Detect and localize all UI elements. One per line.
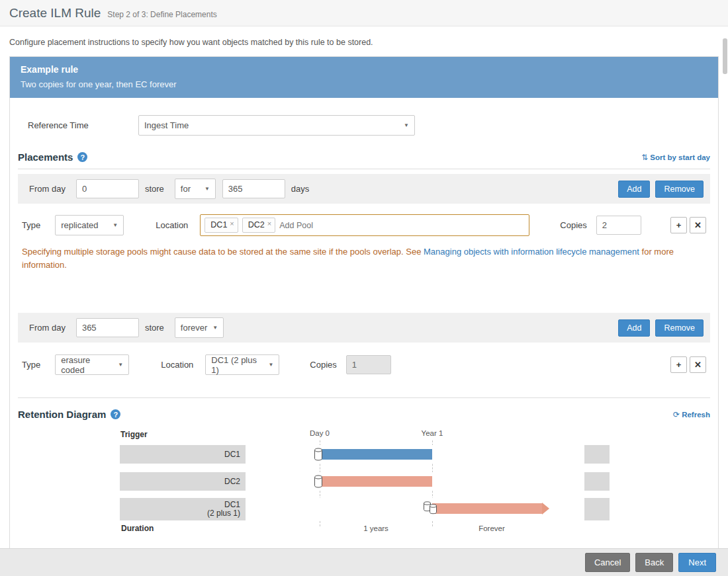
managing-objects-link[interactable]: Managing objects with information lifecy… [424,247,639,257]
scrollbar-thumb[interactable] [723,38,727,74]
help-icon[interactable]: ? [111,409,120,419]
panel-body: Reference Time Ingest Time ▼ Placements … [10,115,718,554]
remove-placement-button[interactable]: Remove [655,181,704,198]
copies-label: Copies [560,220,586,230]
reference-time-row: Reference Time Ingest Time ▼ [18,115,710,136]
placement-detail-row-2: Type erasure coded ▼ Location DC1 (2 plu… [22,354,706,375]
chevron-down-icon: ▼ [113,222,118,228]
add-placement-button[interactable]: Add [618,319,650,337]
pool-tag-dc2: DC2 × [242,218,275,233]
storage-cylinder-icon [314,475,323,490]
retention-diagram-title: Retention Diagram ? [18,409,120,420]
from-day-label: From day [29,184,66,194]
double-cylinder-icon [423,501,438,517]
type-value: erasure coded [61,355,113,375]
pool-tag-dc1: DC1 × [205,218,238,233]
intro-text: Configure placement instructions to spec… [0,26,728,56]
storage-pool-tag-input[interactable]: DC1 × DC2 × [200,214,529,236]
diagram-row-label-scheme: (2 plus 1) [120,509,240,518]
example-rule-banner: Example rule Two copies for one year, th… [10,57,718,98]
multiple-pools-warning: Specifying multiple storage pools might … [22,245,704,272]
remove-placement-button[interactable]: Remove [655,319,704,337]
diagram-row-label-text: DC2 [120,477,240,486]
back-button[interactable]: Back [635,553,673,572]
add-location-button[interactable]: + [670,356,687,373]
store-mode-value: for [181,184,191,194]
diagram-row-label: DC2 [120,472,240,491]
replicated-copy-bar [320,476,432,487]
ec-scheme-value: DC1 (2 plus 1) [211,355,263,375]
chevron-down-icon: ▼ [205,186,210,192]
placements-header: Placements ? ⇅ Sort by start day [18,151,710,163]
example-rule-title: Example rule [21,64,707,75]
placement-panel: Example rule Two copies for one year, th… [9,56,719,554]
from-day-label: From day [29,323,66,333]
store-mode-select[interactable]: forever ▼ [175,317,224,338]
cancel-button[interactable]: Cancel [585,553,630,572]
delete-location-button[interactable]: ✕ [690,217,706,233]
type-select[interactable]: replicated ▼ [55,215,124,235]
refresh-link-label: Refresh [682,411,710,419]
diagram-row-dc1-ec: DC1 (2 plus 1) [120,498,610,520]
trigger-label: Trigger [120,430,148,439]
store-mode-select[interactable]: for ▼ [175,179,216,199]
add-pool-input[interactable] [279,221,525,230]
reference-time-select[interactable]: Ingest Time ▼ [138,115,415,136]
duration-label: Duration [121,524,154,533]
refresh-link[interactable]: ⟳ Refresh [673,410,710,419]
wizard-step-label: Step 2 of 3: Define Placements [107,10,216,19]
one-years-label: 1 years [363,524,388,532]
help-icon[interactable]: ? [77,152,87,162]
copies-input[interactable] [596,216,641,235]
type-label: Type [22,220,40,230]
chevron-down-icon: ▼ [118,362,123,368]
retention-diagram: Trigger Day 0 Year 1 DC1 [18,428,710,536]
add-location-button[interactable]: + [670,217,687,233]
chevron-down-icon: ▼ [268,362,273,368]
pool-tag-label: DC2 [248,220,265,229]
ec-scheme-select[interactable]: DC1 (2 plus 1) ▼ [205,354,279,375]
placement-detail-row-1: Type replicated ▼ Location DC1 × DC2 × C… [22,214,706,236]
axis-day0-label: Day 0 [310,429,330,437]
duration-input[interactable] [222,179,285,198]
reference-time-value: Ingest Time [144,120,189,130]
refresh-icon: ⟳ [673,410,680,419]
sort-by-start-day-link[interactable]: ⇅ Sort by start day [641,153,710,162]
example-rule-subtitle: Two copies for one year, then EC forever [21,79,707,89]
type-value: replicated [61,220,98,230]
placement-row-1: From day store for ▼ days Add Remove [18,174,710,204]
add-placement-button[interactable]: Add [618,181,650,198]
type-select[interactable]: erasure coded ▼ [55,354,129,375]
store-mode-value: forever [181,323,207,333]
location-label: Location [156,220,188,230]
storage-cylinder-icon [314,448,323,463]
wizard-header: Create ILM Rule Step 2 of 3: Define Plac… [0,0,728,26]
forever-arrow-icon [542,503,549,514]
sort-link-label: Sort by start day [650,153,710,161]
from-day-input[interactable] [76,318,139,337]
diagram-row-label-text: DC1 [120,450,240,459]
chevron-down-icon: ▼ [404,122,409,128]
next-button[interactable]: Next [678,553,716,572]
pool-tag-label: DC1 [210,220,227,229]
wizard-footer: Cancel Back Next [0,548,728,576]
remove-tag-icon[interactable]: × [267,220,271,227]
divider [18,169,710,169]
reference-time-label: Reference Time [18,120,138,130]
forever-label: Forever [478,524,505,532]
copies-input-disabled [346,355,391,374]
replicated-copy-bar [320,449,432,460]
store-label: store [145,184,164,194]
diagram-row-label: DC1 [120,445,240,464]
placements-title: Placements ? [18,151,87,163]
from-day-input[interactable] [76,179,139,198]
diagram-row-dc1: DC1 [120,445,610,464]
placement-row-2: From day store forever ▼ Add Remove [18,313,710,343]
page-title: Create ILM Rule [9,6,101,21]
retention-diagram-header: Retention Diagram ? ⟳ Refresh [18,409,710,420]
retention-title-text: Retention Diagram [18,409,106,420]
delete-location-button[interactable]: ✕ [690,356,706,373]
divider [18,397,710,398]
remove-tag-icon[interactable]: × [230,220,234,227]
warning-text-before: Specifying multiple storage pools might … [22,247,421,257]
